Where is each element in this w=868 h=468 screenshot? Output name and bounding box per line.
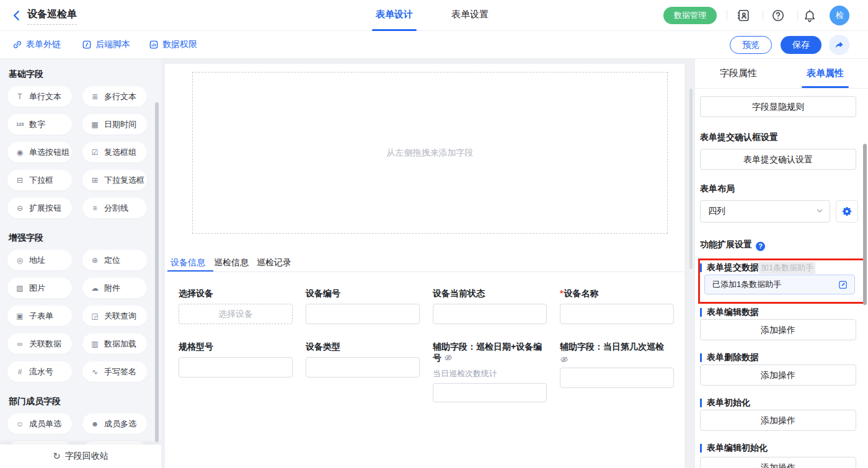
tab-form-design[interactable]: 表单设计 [372,9,417,20]
active-tab-indicator [372,29,417,31]
field-item-image[interactable]: ▨图片 [7,278,72,298]
form-field-device-type[interactable]: 设备类型 [306,341,420,377]
divider-line-icon: ≡ [90,204,100,213]
person-icon: ☺ [15,420,25,428]
page-title[interactable]: 设备巡检单 [27,8,77,25]
section-title-submit-data: 表单提交数据 加1条数据助手 [700,262,815,274]
aux-date-deviceno-input[interactable] [433,383,547,402]
field-item-multi-line-text[interactable]: ≣多行文本 [82,86,147,107]
layout-gear-button[interactable] [836,200,858,223]
form-field-spec-model[interactable]: 规格型号 [179,341,293,377]
data-permission-button[interactable]: 数据权限 [149,39,197,50]
form-field-device-status[interactable]: 设备当前状态 [433,288,547,324]
add-action-button-edit-init[interactable]: 添加操作 [700,457,856,468]
field-item-dropdown[interactable]: ⊟下拉框 [7,170,72,190]
field-label: 辅助字段：巡检日期+设备编号 [433,341,547,364]
field-item-checkbox-group[interactable]: ☑复选框组 [82,142,147,162]
device-type-input[interactable] [306,357,420,377]
field-label: 辅助字段：当日第几次巡检 [560,341,674,352]
field-label: 规格型号 [179,341,293,352]
layout-select[interactable]: 四列 [700,200,830,223]
external-link-button[interactable]: 表单外链 [12,39,61,50]
field-visibility-rule-button[interactable]: 字段显隐规则 [700,96,856,117]
field-item-radio-group[interactable]: ◉单选按钮组 [7,142,72,162]
canvas-tab-inspect-record[interactable]: 巡检记录 [257,257,291,268]
field-item-linked-query[interactable]: ◲关联查询 [82,306,147,326]
add-action-button-edit-data[interactable]: 添加操作 [700,319,856,340]
preview-button[interactable]: 预览 [730,36,772,54]
form-field-device-no[interactable]: 设备编号 [306,288,420,324]
field-item-extend-button[interactable]: ⊖扩展按钮 [7,198,72,218]
aux-daily-count-input[interactable] [560,368,674,388]
extend-button-icon: ⊖ [15,204,25,213]
calendar-icon: ▦ [90,120,100,129]
top-bar: 设备巡检单 表单设计 表单设置 数据管理 检 [0,0,868,31]
canvas-tab-inspect-info[interactable]: 巡检信息 [214,257,249,268]
tab-form-settings[interactable]: 表单设置 [449,9,491,20]
sidebar-scrollbar[interactable] [155,102,159,442]
enhanced-fields-grid: ◎地址 ⊕定位 ▨图片 ☁附件 ▣子表单 ◲关联查询 ∞关联数据 ▥数据加载 #… [7,250,154,382]
field-item-address[interactable]: ◎地址 [7,250,72,270]
field-recycle-bin[interactable]: ↻ 字段回收站 [0,444,161,468]
daily-count-link[interactable]: 当日巡检次数统计 [433,368,547,379]
field-item-geolocation[interactable]: ⊕定位 [82,250,147,270]
user-avatar[interactable]: 检 [830,6,849,25]
data-manage-button[interactable]: 数据管理 [663,7,717,24]
field-item-datetime[interactable]: ▦日期时间 [82,114,147,135]
field-item-serial-number[interactable]: #流水号 [7,361,72,382]
back-icon[interactable] [11,10,22,21]
checkbox-icon: ☑ [90,148,100,157]
section-title-member-fields: 部门成员字段 [9,396,161,407]
field-label: 选择设备 [179,288,293,299]
help-question-icon[interactable]: ? [756,242,765,251]
tab-field-properties[interactable]: 字段属性 [695,59,782,88]
data-assistant-entry[interactable]: 已添加1条数据助手 [704,275,855,294]
single-line-text-icon: T [15,92,25,101]
field-item-member-multi[interactable]: ☻成员多选 [82,413,147,434]
notification-bell-icon[interactable] [803,9,817,22]
field-item-divider-line[interactable]: ≡分割线 [82,198,147,218]
share-button[interactable] [829,35,849,55]
ghost-tooltip-text: 加1条数据助手 [759,262,815,274]
form-field-aux-date-deviceno[interactable]: 辅助字段：巡检日期+设备编号 当日巡检次数统计 [433,341,547,402]
submit-confirm-setting-button[interactable]: 表单提交确认设置 [700,149,856,170]
form-field-aux-daily-count[interactable]: 辅助字段：当日第几次巡检 [560,341,674,388]
field-item-signature[interactable]: ∿手写签名 [82,361,147,382]
select-device-input[interactable]: 选择设备 [179,304,293,324]
extension-settings-title: 功能扩展设置? [700,239,765,251]
address-book-icon[interactable] [737,9,750,22]
panel-scrollbar[interactable] [863,144,867,305]
canvas-scrollbar[interactable] [689,89,693,269]
field-item-data-load[interactable]: ▥数据加载 [82,333,147,354]
signature-icon: ∿ [90,368,100,376]
form-field-select-device[interactable]: 选择设备 选择设备 [179,288,293,324]
backend-script-button[interactable]: 后端脚本 [82,39,130,50]
help-icon[interactable] [771,9,785,22]
edit-icon[interactable] [838,280,848,290]
form-field-device-name[interactable]: *设备名称 [560,288,674,324]
field-label: 设备编号 [306,288,420,299]
field-item-multi-dropdown[interactable]: ⊞下拉复选框 [82,170,147,190]
tab-form-properties[interactable]: 表单属性 [782,59,868,88]
field-item-linked-data[interactable]: ∞关联数据 [7,333,72,354]
field-label: *设备名称 [560,288,674,299]
number-icon: 123 [15,121,25,127]
field-item-attachment[interactable]: ☁附件 [82,278,147,298]
code-script-icon [82,40,92,50]
field-item-member-single[interactable]: ☺成员单选 [7,413,72,434]
device-status-input[interactable] [433,304,547,324]
radio-icon: ◉ [15,148,25,157]
field-item-subform[interactable]: ▣子表单 [7,306,72,326]
save-button[interactable]: 保存 [781,36,822,54]
add-action-button-form-init[interactable]: 添加操作 [700,410,856,431]
field-item-number[interactable]: 123数字 [7,114,72,135]
section-title-enhanced-fields: 增强字段 [9,232,161,244]
add-action-button-delete-data[interactable]: 添加操作 [700,364,856,386]
drag-dropzone[interactable]: 从左侧拖拽来添加字段 [192,72,668,234]
field-item-single-line-text[interactable]: T单行文本 [7,86,72,107]
target-icon: ⊕ [90,256,100,265]
spec-model-input[interactable] [179,357,293,377]
canvas-tab-device-info[interactable]: 设备信息 [170,257,205,268]
device-no-input[interactable] [306,304,420,324]
device-name-input[interactable] [560,304,674,324]
